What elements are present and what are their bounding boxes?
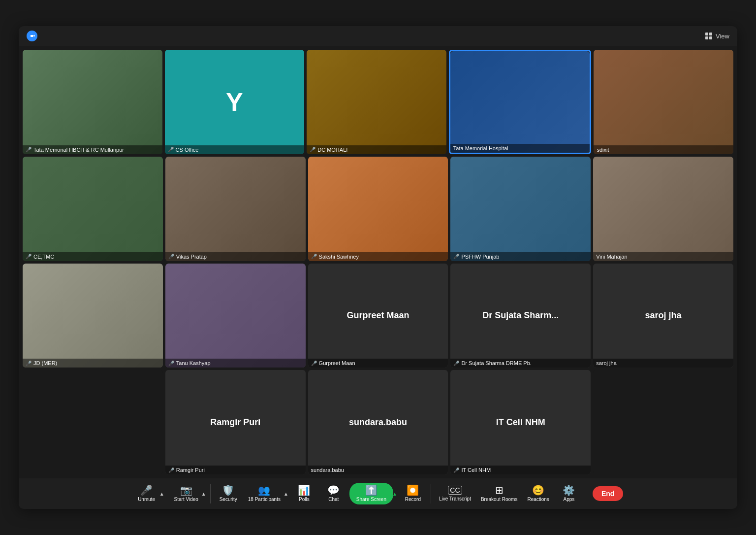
mic-off-icon-7: 🎤 (453, 254, 459, 259)
tile-empty2 (593, 370, 733, 474)
tile-label-tatamemorial: Tata Memorial Hospital (450, 144, 590, 153)
video-row-4: Ramgir Puri 🎤 Ramgir Puri sundara.babu s… (23, 370, 733, 474)
participants-button[interactable]: 👥 18 Participants (244, 483, 284, 504)
video-icon: 📷 (180, 485, 192, 495)
tile-label-sundara: sundara.babu (308, 466, 448, 474)
live-transcript-button[interactable]: CC Live Transcript (435, 484, 475, 503)
tile-label-drsujata: 🎤 Dr Sujata Sharma DRME Pb. (450, 359, 591, 368)
sundara-name-large: sundara.babu (349, 417, 407, 428)
start-video-label: Start Video (174, 497, 198, 502)
top-bar: View (19, 26, 737, 46)
gurpreet-name-large: Gurpreet Maan (346, 310, 409, 321)
tile-jdmer: 🎤 JD (MER) (23, 264, 163, 368)
mic-icon: 🎤 (140, 485, 153, 495)
chat-label: Chat (328, 497, 339, 502)
tile-vini: Vini Mahajan (593, 157, 733, 261)
mic-off-icon: 🎤 (26, 147, 32, 152)
reactions-label: Reactions (527, 497, 549, 502)
svg-rect-2 (709, 33, 712, 35)
tile-ramgir: Ramgir Puri 🎤 Ramgir Puri (165, 370, 306, 474)
security-label: Security (220, 497, 237, 502)
tile-empty1 (23, 370, 163, 474)
svg-rect-4 (709, 36, 712, 39)
video-row-3: 🎤 JD (MER) 🎤 Tanu Kashyap Gurpreet Maan … (23, 264, 733, 368)
saroj-name-bg: saroj jha (593, 264, 733, 368)
tile-vikaspratap: 🎤 Vikas Pratap (165, 157, 306, 261)
chat-icon: 💬 (327, 485, 340, 495)
tile-csoffice: Y 🎤 CS Office (165, 50, 305, 154)
unmute-button[interactable]: 🎤 Unmute (133, 483, 160, 504)
record-button[interactable]: ⏺️ Record (399, 483, 427, 504)
svg-rect-1 (705, 33, 708, 35)
view-button[interactable]: View (705, 32, 729, 40)
unmute-label: Unmute (138, 497, 155, 502)
breakout-rooms-icon: ⊞ (495, 485, 504, 495)
end-button[interactable]: End (593, 486, 623, 501)
video-row-1: 🎤 Tata Memorial HBCH & RC Mullanpur Y 🎤 … (23, 50, 733, 154)
tile-label-sdixit: sdixit (594, 145, 733, 154)
ramgir-name-bg: Ramgir Puri (165, 370, 306, 474)
mic-off-icon-4: 🎤 (26, 254, 32, 259)
share-screen-button[interactable]: ⬆️ Share Screen (349, 483, 393, 504)
start-video-button[interactable]: 📷 Start Video (170, 483, 202, 504)
sundara-name-bg: sundara.babu (308, 370, 448, 474)
tile-label-tanu: 🎤 Tanu Kashyap (165, 359, 306, 368)
chat-button[interactable]: 💬 Chat (320, 483, 347, 504)
apps-button[interactable]: ⚙️ Apps (555, 483, 583, 504)
tile-cetmc: 🎤 CE,TMC (23, 157, 163, 261)
drsujata-name-bg: Dr Sujata Sharm... (450, 264, 591, 368)
tile-label-saroj: saroj jha (593, 359, 733, 368)
tile-label-psfhw: 🎤 PSFHW Punjab (450, 252, 591, 261)
ramgir-name-large: Ramgir Puri (210, 417, 260, 428)
mic-off-icon-10: 🎤 (311, 361, 317, 366)
breakout-rooms-label: Breakout Rooms (481, 497, 517, 502)
share-screen-label: Share Screen (356, 497, 386, 502)
mic-off-icon-6: 🎤 (311, 254, 317, 259)
video-row-2: 🎤 CE,TMC 🎤 Vikas Pratap 🎤 Sakshi Sawhney (23, 157, 733, 261)
mic-off-icon-9: 🎤 (168, 361, 174, 366)
breakout-rooms-button[interactable]: ⊞ Breakout Rooms (477, 483, 521, 504)
mic-off-icon-5: 🎤 (168, 254, 174, 259)
polls-label: Polls (299, 497, 310, 502)
video-area: 🎤 Tata Memorial HBCH & RC Mullanpur Y 🎤 … (19, 46, 737, 478)
tile-mullanpur: 🎤 Tata Memorial HBCH & RC Mullanpur (23, 50, 162, 154)
saroj-name-large: saroj jha (645, 310, 682, 321)
live-transcript-label: Live Transcript (439, 496, 471, 502)
tile-drsujata: Dr Sujata Sharm... 🎤 Dr Sujata Sharma DR… (450, 264, 591, 368)
mic-off-icon-13: 🎤 (453, 468, 459, 473)
polls-icon: 📊 (298, 485, 310, 495)
tile-gurpreet: Gurpreet Maan 🎤 Gurpreet Maan (308, 264, 448, 368)
security-icon: 🛡️ (222, 485, 234, 495)
view-label: View (716, 33, 729, 40)
tile-label-dcmohali: 🎤 DC MOHALI (307, 145, 446, 154)
gurpreet-name-bg: Gurpreet Maan (308, 264, 448, 368)
itcell-name-bg: IT Cell NHM (450, 370, 591, 474)
participants-label: 18 Participants (248, 497, 281, 502)
mic-off-icon-2: 🎤 (168, 147, 174, 152)
tile-label-cetmc: 🎤 CE,TMC (23, 252, 163, 261)
reactions-button[interactable]: 😊 Reactions (523, 483, 553, 504)
tile-sundara: sundara.babu sundara.babu (308, 370, 448, 474)
svg-rect-3 (705, 36, 708, 39)
tile-label-gurpreet: 🎤 Gurpreet Maan (308, 359, 448, 368)
polls-button[interactable]: 📊 Polls (290, 483, 318, 504)
drsujata-name-large: Dr Sujata Sharm... (482, 310, 559, 321)
security-button[interactable]: 🛡️ Security (215, 483, 242, 504)
tile-label-vikaspratap: 🎤 Vikas Pratap (165, 252, 306, 261)
tile-sakshi: 🎤 Sakshi Sawhney (308, 157, 448, 261)
tile-saroj: saroj jha saroj jha (593, 264, 733, 368)
share-screen-icon: ⬆️ (365, 485, 378, 495)
participants-icon: 👥 (258, 485, 270, 495)
record-label: Record (405, 497, 421, 502)
tile-label-ramgir: 🎤 Ramgir Puri (165, 466, 306, 474)
tile-label-itcell: 🎤 IT Cell NHM (450, 466, 591, 474)
apps-icon: ⚙️ (563, 485, 575, 495)
tile-label-csoffice: 🎤 CS Office (165, 145, 305, 154)
tile-sdixit: sdixit (594, 50, 733, 154)
tile-tatamemorial: Tata Memorial Hospital (449, 50, 592, 154)
divider-2 (431, 484, 431, 503)
tile-label-mullanpur: 🎤 Tata Memorial HBCH & RC Mullanpur (23, 145, 162, 154)
end-label: End (601, 490, 614, 498)
record-icon: ⏺️ (407, 485, 419, 495)
reactions-icon: 😊 (532, 485, 544, 495)
